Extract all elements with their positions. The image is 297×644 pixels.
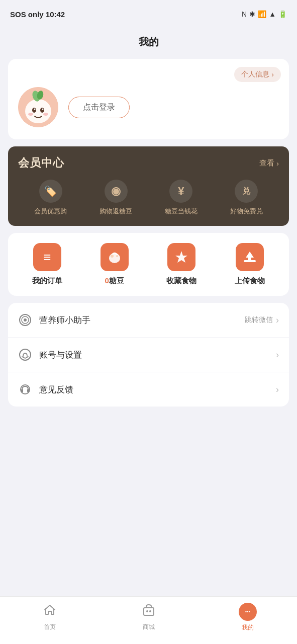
chevron-right-icon: › — [276, 350, 279, 360]
svg-point-11 — [111, 255, 114, 258]
profile-row: 点击登录 — [18, 87, 279, 127]
discount-icon: 🏷️ — [39, 180, 62, 203]
member-title: 会员中心 — [18, 155, 64, 171]
svg-point-6 — [34, 109, 36, 110]
member-view-button[interactable]: 查看 › — [259, 158, 279, 168]
order-icon: ≡ — [33, 243, 61, 271]
account-label: 账号与设置 — [39, 349, 276, 361]
chevron-right-icon: › — [276, 159, 279, 168]
svg-point-10 — [109, 253, 120, 263]
mine-label: 我的 — [242, 623, 254, 632]
member-icons: 🏷️ 会员优惠购 ◉ 购物返糖豆 ¥ 糖豆当钱花 兑 好物免费兑 — [18, 180, 279, 216]
wechat-jump-text: 跳转微信 — [245, 315, 273, 325]
avatar-image — [18, 87, 58, 127]
bottom-nav: 首页 商城 ··· 我的 — [0, 596, 297, 644]
svg-point-7 — [42, 109, 44, 110]
svg-point-12 — [116, 255, 118, 257]
status-icons: N ✱ 📶 ▲ 🔋 — [242, 10, 287, 18]
member-icon-discount[interactable]: 🏷️ 会员优惠购 — [34, 180, 67, 216]
account-icon — [18, 348, 32, 362]
order-label: 我的订单 — [32, 276, 62, 286]
menu-list: 营养师小助手 跳转微信 › 账号与设置 › — [8, 303, 289, 407]
candy-label: 0糖豆 — [105, 276, 124, 286]
login-button[interactable]: 点击登录 — [68, 97, 130, 118]
bluetooth-icon: ✱ — [249, 10, 255, 18]
candy-return-label: 购物返糖豆 — [100, 207, 132, 216]
action-order[interactable]: ≡ 我的订单 — [32, 243, 62, 286]
menu-item-account[interactable]: 账号与设置 › — [8, 338, 289, 372]
action-candy[interactable]: 0糖豆 — [101, 243, 129, 286]
quick-actions: ≡ 我的订单 0糖豆 — [8, 233, 289, 296]
home-label: 首页 — [44, 623, 56, 631]
member-icon-candy-return[interactable]: ◉ 购物返糖豆 — [100, 180, 132, 216]
member-icon-redeem[interactable]: 兑 好物免费兑 — [230, 180, 263, 216]
chevron-right-icon: › — [276, 384, 279, 395]
personal-info-button[interactable]: 个人信息 › — [234, 67, 281, 82]
status-bar: SOS only 10:42 N ✱ 📶 ▲ 🔋 — [0, 0, 297, 26]
member-icon-candy-pay[interactable]: ¥ 糖豆当钱花 — [165, 180, 197, 216]
svg-point-9 — [43, 113, 48, 116]
menu-item-nutritionist[interactable]: 营养师小助手 跳转微信 › — [8, 303, 289, 338]
svg-point-8 — [28, 113, 33, 116]
favorite-label: 收藏食物 — [166, 276, 196, 286]
battery-icon: 🔋 — [278, 10, 287, 18]
feedback-label: 意见反馈 — [39, 384, 276, 395]
nutritionist-icon — [18, 313, 32, 327]
svg-rect-23 — [144, 608, 154, 615]
shop-label: 商城 — [143, 623, 155, 631]
candy-icon — [101, 243, 129, 271]
redeem-label: 好物免费兑 — [230, 207, 263, 216]
feedback-right: › — [276, 384, 279, 395]
nav-mine[interactable]: ··· 我的 — [228, 603, 268, 632]
chevron-right-icon: › — [276, 315, 279, 326]
redeem-icon: 兑 — [235, 180, 258, 203]
home-icon — [43, 603, 57, 620]
member-header: 会员中心 查看 › — [18, 155, 279, 171]
discount-label: 会员优惠购 — [34, 207, 67, 216]
candy-return-icon: ◉ — [105, 180, 128, 203]
nfc-icon: N — [242, 10, 247, 18]
candy-count: 0 — [105, 276, 109, 285]
member-card: 会员中心 查看 › 🏷️ 会员优惠购 ◉ 购物返糖豆 ¥ 糖豆当钱花 兑 好物免… — [8, 146, 289, 226]
svg-marker-15 — [246, 252, 254, 260]
mine-icon-active: ··· — [239, 603, 257, 621]
svg-point-5 — [40, 108, 44, 113]
nav-shop[interactable]: 商城 — [129, 603, 169, 632]
wifi-icon: ▲ — [269, 10, 276, 18]
menu-item-feedback[interactable]: 意见反馈 › — [8, 372, 289, 407]
account-right: › — [276, 350, 279, 360]
svg-point-4 — [32, 108, 36, 113]
upload-label: 上传食物 — [235, 276, 265, 286]
nutritionist-right: 跳转微信 › — [245, 315, 279, 326]
svg-marker-13 — [175, 251, 187, 263]
favorite-icon — [167, 243, 195, 271]
action-upload[interactable]: 上传食物 — [235, 243, 265, 286]
upload-icon — [236, 243, 264, 271]
svg-rect-21 — [21, 389, 23, 392]
svg-point-24 — [146, 610, 148, 612]
svg-point-1 — [25, 99, 51, 123]
svg-rect-22 — [27, 389, 29, 392]
avatar — [18, 87, 58, 127]
signal-icon: 📶 — [258, 10, 266, 18]
shop-icon — [142, 603, 156, 620]
svg-point-18 — [24, 318, 27, 321]
svg-point-25 — [149, 610, 151, 612]
action-favorite[interactable]: 收藏食物 — [166, 243, 196, 286]
nav-home[interactable]: 首页 — [30, 603, 70, 632]
feedback-icon — [18, 382, 32, 396]
status-time: SOS only 10:42 — [10, 10, 65, 19]
chevron-right-icon: › — [271, 70, 274, 78]
profile-section: 个人信息 › — [8, 59, 289, 139]
candy-pay-label: 糖豆当钱花 — [165, 207, 197, 216]
nutritionist-label: 营养师小助手 — [39, 314, 245, 326]
svg-rect-14 — [244, 260, 256, 262]
candy-pay-icon: ¥ — [169, 180, 192, 203]
page-title: 我的 — [0, 26, 297, 59]
